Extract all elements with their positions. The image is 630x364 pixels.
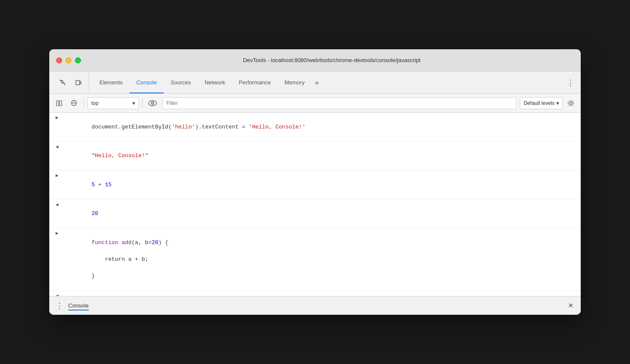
output-arrow-2: ◀ [49,143,65,151]
console-output: ▶ document.getElementById('hello').textC… [49,113,581,296]
console-settings-button[interactable] [564,97,577,110]
tab-network[interactable]: Network [198,72,232,93]
devtools-menu-button[interactable]: ⋮ [564,72,577,93]
input-arrow-5: ▶ [49,229,65,237]
toolbar-divider-1 [84,99,84,107]
input-arrow-3: ▶ [49,171,65,179]
toolbar-divider-2 [142,99,143,107]
input-arrow-1: ▶ [49,113,65,122]
console-input-3: 5 + 15 [65,171,577,198]
execute-button[interactable] [53,97,66,110]
console-input-5: function add(a, b=20) { return a + b; } [65,229,577,289]
console-toolbar: top ▾ Default levels ▾ [49,94,581,113]
window-title: DevTools - localhost:8080/web/tools/chro… [90,57,574,63]
filter-input[interactable] [162,97,516,109]
clear-console-button[interactable] [67,97,80,110]
svg-rect-2 [57,101,59,106]
console-entry-3: ▶ 5 + 15 [49,170,581,200]
console-output-2: "Hello, Console!" [65,143,577,170]
more-tabs-button[interactable]: » [312,72,322,93]
tab-memory[interactable]: Memory [278,72,312,93]
svg-rect-1 [80,81,81,84]
maximize-button[interactable] [75,57,81,63]
tab-console[interactable]: Console [129,72,164,93]
console-entry-1: ▶ document.getElementById('hello').textC… [49,113,581,142]
output-arrow-6: ◀ [49,292,65,296]
svg-point-9 [570,102,572,104]
output-arrow-4: ◀ [49,200,65,209]
title-bar: DevTools - localhost:8080/web/tools/chro… [49,49,581,72]
eye-icon[interactable] [146,97,159,110]
bottom-menu-button[interactable]: ⋮ [54,301,65,310]
console-input-1: document.getElementById('hello').textCon… [65,113,577,140]
inspect-icon[interactable] [56,76,70,90]
log-levels-button[interactable]: Default levels ▾ [520,97,563,109]
tab-elements[interactable]: Elements [93,72,129,93]
svg-rect-0 [76,81,80,85]
devtools-window: DevTools - localhost:8080/web/tools/chro… [49,49,581,315]
device-toolbar-icon[interactable] [72,76,85,90]
traffic-lights [56,57,81,63]
console-entry-4: ◀ 20 [49,200,581,229]
bottom-close-button[interactable]: ✕ [565,301,576,311]
svg-rect-3 [60,101,62,106]
console-output-6: undefined [65,292,577,296]
devtools-icons [53,72,89,93]
close-button[interactable] [56,57,62,63]
console-entry-5: ▶ function add(a, b=20) { return a + b; … [49,228,581,291]
bottom-console-tab[interactable]: Console [68,302,89,309]
tab-performance[interactable]: Performance [232,72,277,93]
bottom-bar: ⋮ Console ✕ [49,296,581,315]
svg-point-8 [152,103,153,104]
console-entry-6: ◀ undefined [49,291,581,296]
console-output-4: 20 [65,200,577,227]
console-entry-2: ◀ "Hello, Console!" [49,142,581,171]
minimize-button[interactable] [66,57,72,63]
context-selector[interactable]: top ▾ [87,97,139,109]
tab-sources[interactable]: Sources [164,72,198,93]
main-tabs: Elements Console Sources Network Perform… [93,72,328,93]
tab-bar: Elements Console Sources Network Perform… [49,72,581,94]
